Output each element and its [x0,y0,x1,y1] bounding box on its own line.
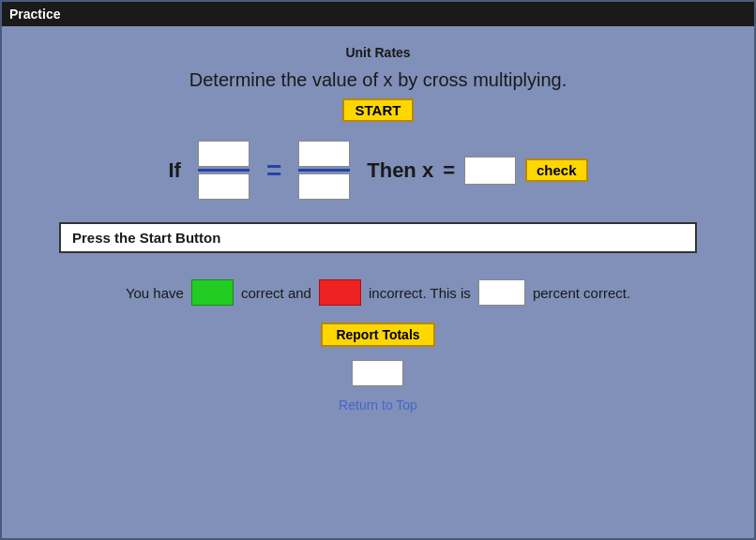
denominator-left-input[interactable] [198,173,249,200]
incorrect-count-box [319,279,361,306]
answer-input[interactable] [464,157,516,185]
report-area: Report Totals Return to Top [321,322,434,412]
instruction-text: Determine the value of x by cross multip… [189,69,567,91]
correct-count-box [191,279,234,306]
stats-text-4: percent correct. [533,285,630,301]
equals-sign: = [266,156,281,186]
start-button[interactable]: START [342,98,415,122]
left-fraction [198,141,249,200]
numerator-right-input[interactable] [298,141,350,167]
stats-area: You have correct and incorrect. This is … [126,279,630,306]
denominator-right-input[interactable] [298,173,350,200]
fraction-line-left [198,169,249,172]
fraction-line-right [298,169,350,172]
then-area: Then x = check [367,157,587,185]
if-label: If [168,158,180,183]
extra-display-input[interactable] [352,360,403,386]
then-label: Then x [367,158,433,183]
check-button[interactable]: check [525,158,588,182]
return-to-top-link[interactable]: Return to Top [339,398,417,412]
numerator-left-input[interactable] [198,141,249,167]
section-title: Unit Rates [345,45,410,60]
title-bar-label: Practice [9,7,60,22]
app-window: Practice Unit Rates Determine the value … [0,0,756,540]
stats-text-1: You have [126,285,184,301]
right-fraction [298,141,350,200]
title-bar: Practice [2,2,754,26]
equals-sign-2: = [443,158,455,183]
main-content: Unit Rates Determine the value of x by c… [2,26,754,538]
report-button[interactable]: Report Totals [321,322,434,347]
status-box: Press the Start Button [59,222,697,253]
stats-text-3: incorrect. This is [369,285,471,301]
percent-input[interactable] [478,279,525,306]
stats-text-2: correct and [241,285,311,301]
equation-area: If = Then x = check [168,141,587,200]
